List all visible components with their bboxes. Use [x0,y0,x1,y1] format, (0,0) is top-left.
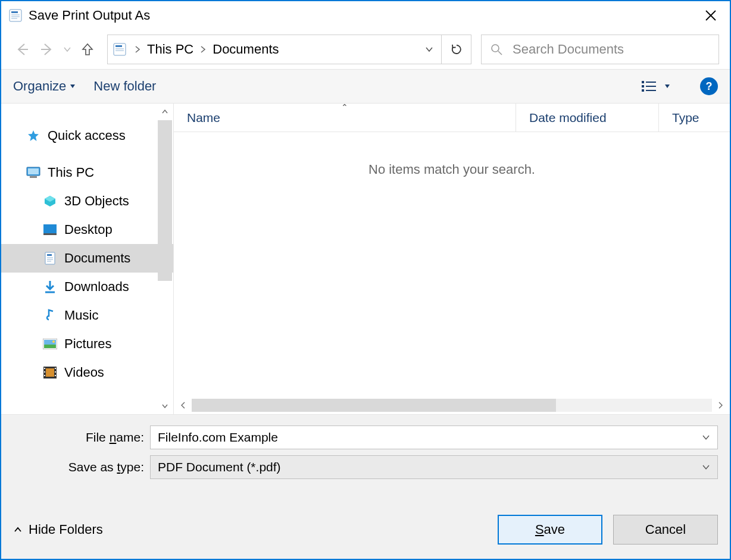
svg-rect-23 [30,176,37,178]
chevron-down-icon [664,83,670,89]
address-dropdown[interactable] [417,45,441,54]
column-header-type[interactable]: Type [658,104,730,132]
folder-icon [108,43,132,56]
search-icon [490,43,503,56]
desktop-icon [43,223,57,237]
history-dropdown[interactable] [62,45,73,54]
svg-rect-15 [642,81,644,83]
column-header-date[interactable]: Date modified [516,104,658,132]
search-box[interactable] [481,35,719,64]
file-list: No items match your search. [174,132,730,398]
sidebar-item-label: Music [64,308,98,323]
dialog-body: Quick access This PC 3D Objects [1,104,730,414]
chevron-down-icon[interactable] [702,433,710,442]
app-icon [8,8,23,23]
column-header-name[interactable]: Name [174,104,516,132]
svg-rect-27 [47,254,52,256]
save-button[interactable]: Save [498,515,602,545]
organize-label: Organize [13,79,66,94]
chevron-up-icon [13,525,23,534]
file-list-pane: Name Date modified Type No items match y… [174,104,730,414]
refresh-button[interactable] [441,35,471,64]
download-icon [43,280,57,294]
save-type-value: PDF Document (*.pdf) [158,460,281,474]
hscroll-right[interactable] [714,399,726,411]
sidebar-scroll-up[interactable] [159,106,171,118]
svg-rect-39 [44,371,45,373]
new-folder-label: New folder [93,79,156,94]
up-button[interactable] [77,39,98,60]
hide-folders-button[interactable]: Hide Folders [13,522,103,537]
svg-rect-40 [44,375,45,376]
pc-icon [26,165,40,180]
svg-line-14 [498,51,502,55]
file-name-input[interactable]: FileInfo.com Example [150,426,718,449]
help-button[interactable]: ? [700,77,718,95]
hide-folders-label: Hide Folders [29,522,103,537]
nav-sidebar: Quick access This PC 3D Objects [1,104,174,414]
toolbar: Organize New folder ? [1,69,730,104]
svg-rect-41 [55,368,56,369]
sidebar-item-label: Videos [64,365,104,380]
sidebar-item-label: Quick access [48,128,126,143]
svg-rect-24 [43,224,57,233]
sidebar-item-music[interactable]: Music [1,301,173,330]
dialog-footer: File name: FileInfo.com Example Save as … [1,414,730,559]
search-input[interactable] [511,41,710,58]
sidebar-item-label: Pictures [64,336,111,352]
videos-icon [43,365,57,380]
back-button [12,39,32,60]
svg-rect-1 [11,11,18,13]
chevron-right-icon[interactable] [132,45,143,54]
sidebar-item-downloads[interactable]: Downloads [1,273,173,301]
forward-button [37,39,57,60]
address-bar[interactable]: This PC Documents [107,35,471,64]
save-type-row: Save as type: PDF Document (*.pdf) [13,455,718,479]
sidebar-item-quick-access[interactable]: Quick access [1,121,173,150]
svg-rect-42 [55,371,56,373]
new-folder-button[interactable]: New folder [93,79,156,94]
file-name-value: FileInfo.com Example [158,430,702,445]
sidebar-scrollbar-thumb[interactable] [158,120,172,281]
sidebar-item-this-pc[interactable]: This PC [1,158,173,187]
music-icon [43,308,57,323]
svg-rect-10 [115,45,122,47]
breadcrumb-root[interactable]: This PC [143,42,197,57]
sidebar-item-3d-objects[interactable]: 3D Objects [1,187,173,215]
svg-rect-19 [642,89,644,92]
organize-button[interactable]: Organize [13,79,76,94]
sidebar-item-label: Documents [64,251,130,266]
sidebar-item-desktop[interactable]: Desktop [1,215,173,244]
close-button[interactable] [699,4,723,27]
pictures-icon [43,337,57,351]
hscroll-thumb[interactable] [192,399,556,412]
breadcrumb-current[interactable]: Documents [209,42,282,57]
column-headers: Name Date modified Type [174,104,730,132]
chevron-right-icon[interactable] [197,45,209,54]
empty-message: No items match your search. [368,162,535,177]
svg-rect-43 [55,375,56,376]
save-type-label: Save as type: [13,460,150,474]
svg-point-13 [492,45,499,52]
save-type-select[interactable]: PDF Document (*.pdf) [150,455,718,479]
footer-actions: Hide Folders Save Cancel [13,515,718,550]
sidebar-item-pictures[interactable]: Pictures [1,330,173,358]
sidebar-scroll-down[interactable] [159,400,171,412]
svg-rect-34 [44,345,56,348]
list-view-icon [642,80,657,93]
sidebar-item-label: 3D Objects [64,193,129,209]
document-icon [43,251,57,265]
svg-point-35 [52,340,55,343]
svg-rect-25 [43,233,57,235]
title-bar: Save Print Output As [1,1,730,30]
window-title: Save Print Output As [29,8,699,23]
sidebar-item-videos[interactable]: Videos [1,358,173,387]
horizontal-scrollbar [174,398,730,414]
hscroll-left[interactable] [177,399,189,411]
cancel-button[interactable]: Cancel [613,515,718,545]
chevron-down-icon [702,463,710,471]
hscroll-track[interactable] [192,399,712,412]
sidebar-item-documents[interactable]: Documents [1,244,173,273]
star-icon [26,129,40,143]
view-options-button[interactable] [642,80,670,93]
